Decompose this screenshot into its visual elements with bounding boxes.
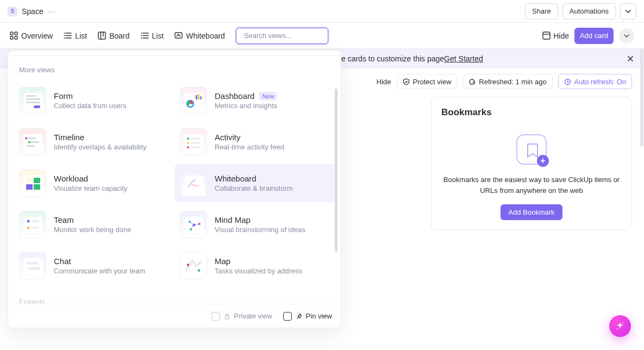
- svg-rect-35: [191, 142, 201, 144]
- svg-rect-21: [196, 95, 197, 99]
- form-thumb-icon: [19, 87, 46, 114]
- svg-point-50: [193, 224, 196, 227]
- tab-board[interactable]: Board: [98, 32, 129, 40]
- tab-list-1-label: List: [75, 32, 87, 40]
- svg-rect-46: [32, 221, 39, 222]
- popover-scrollbar[interactable]: [335, 89, 339, 279]
- svg-point-6: [64, 38, 65, 39]
- tab-board-label: Board: [109, 32, 129, 40]
- whiteboard-icon: [174, 32, 183, 40]
- view-title: Form: [54, 91, 73, 101]
- svg-point-9: [141, 35, 142, 36]
- chevron-down-icon[interactable]: [620, 3, 636, 20]
- view-title: Dashboard: [215, 91, 254, 101]
- activity-thumb-icon: [180, 128, 207, 155]
- svg-rect-7: [98, 32, 105, 39]
- auto-refresh-chip[interactable]: Auto refresh: On: [558, 74, 632, 89]
- more-actions-button[interactable]: [619, 28, 634, 43]
- view-desc: Collaborate & brainstorm: [215, 184, 293, 192]
- whiteboard-thumb-icon: [180, 170, 207, 197]
- protect-view-chip[interactable]: Protect view: [397, 74, 458, 89]
- view-title: Map: [215, 257, 230, 266]
- view-option-activity[interactable]: Activity Real-time activity feed: [174, 123, 335, 161]
- protect-view-label: Protect view: [413, 78, 452, 86]
- banner-get-started-link[interactable]: Get Started: [444, 54, 483, 63]
- shield-icon: [403, 78, 410, 85]
- view-option-dashboard[interactable]: Dashboard New Metrics and insights: [174, 82, 335, 120]
- search-views-input[interactable]: [244, 32, 335, 40]
- view-title: Workload: [54, 174, 88, 183]
- view-title: Activity: [215, 133, 241, 142]
- tab-whiteboard-label: Whiteboard: [186, 32, 225, 40]
- bookmarks-title: Bookmarks: [441, 107, 622, 118]
- view-option-form[interactable]: Form Collect data from users: [14, 82, 174, 120]
- chat-thumb-icon: [19, 252, 46, 279]
- view-desc: Visual brainstorming of ideas: [215, 226, 305, 234]
- svg-rect-26: [27, 138, 36, 139]
- view-option-whiteboard[interactable]: Whiteboard Collaborate & brainstorm: [174, 164, 335, 202]
- view-option-mindmap[interactable]: Mind Map Visual brainstorming of ideas: [174, 205, 335, 243]
- ai-fab-button[interactable]: [609, 315, 631, 337]
- svg-point-53: [190, 228, 192, 230]
- layout-icon: [542, 32, 551, 40]
- tab-whiteboard[interactable]: Whiteboard: [174, 32, 225, 40]
- list-icon: [141, 32, 149, 40]
- view-option-team[interactable]: Team Monitor work being done: [14, 205, 174, 243]
- private-view-toggle[interactable]: Private view: [211, 312, 272, 321]
- page-scrollbar[interactable]: [640, 49, 644, 321]
- private-view-label: Private view: [234, 312, 272, 320]
- view-desc: Real-time activity feed: [215, 143, 284, 151]
- svg-rect-17: [26, 98, 40, 100]
- hide-toggle[interactable]: Hide: [542, 32, 569, 40]
- share-button[interactable]: Share: [525, 3, 558, 20]
- svg-rect-23: [200, 96, 202, 99]
- add-bookmark-button[interactable]: Add Bookmark: [501, 204, 562, 220]
- svg-point-36: [187, 146, 189, 148]
- bookmarks-description: Bookmarks are the easiest way to save Cl…: [441, 174, 622, 196]
- view-option-map[interactable]: Map Tasks visualized by address: [174, 247, 335, 285]
- refresh-icon: [468, 78, 476, 85]
- tab-list-1[interactable]: List: [64, 32, 87, 40]
- space-avatar: S: [8, 7, 17, 16]
- timeline-thumb-icon: [19, 128, 46, 155]
- svg-rect-0: [10, 32, 13, 35]
- view-desc: Collect data from users: [54, 102, 127, 110]
- svg-rect-37: [191, 147, 201, 148]
- pin-icon: [296, 313, 302, 320]
- refreshed-chip[interactable]: Refreshed: 1 min ago: [462, 74, 552, 89]
- svg-point-4: [64, 33, 65, 34]
- svg-rect-1: [15, 32, 17, 35]
- add-card-button[interactable]: Add card: [574, 28, 614, 44]
- hide-link[interactable]: Hide: [377, 78, 391, 86]
- search-views-field[interactable]: [236, 28, 328, 44]
- svg-rect-55: [26, 261, 38, 265]
- svg-rect-43: [185, 176, 203, 192]
- view-option-workload[interactable]: Workload Visualize team capacity: [14, 164, 174, 202]
- svg-rect-48: [32, 227, 39, 229]
- pin-view-toggle[interactable]: Pin view: [283, 312, 332, 321]
- svg-point-8: [141, 33, 142, 34]
- space-name[interactable]: Space: [22, 7, 43, 16]
- svg-point-30: [28, 141, 30, 143]
- view-option-chat[interactable]: Chat Communicate with your team: [14, 247, 174, 285]
- svg-rect-39: [26, 178, 33, 183]
- views-popover: More views Form Collect data from users: [8, 50, 341, 328]
- svg-rect-58: [225, 316, 229, 319]
- svg-rect-40: [34, 178, 40, 183]
- svg-rect-13: [543, 32, 550, 39]
- view-desc: Visualize team capacity: [54, 184, 128, 192]
- svg-rect-16: [26, 95, 36, 97]
- board-icon: [98, 32, 106, 40]
- view-title: Team: [54, 215, 74, 224]
- tab-overview-label: Overview: [21, 32, 53, 40]
- tab-overview[interactable]: Overview: [10, 32, 53, 40]
- close-icon[interactable]: [627, 55, 634, 62]
- tab-list-2[interactable]: List: [141, 32, 164, 40]
- automations-button[interactable]: Automations: [562, 3, 616, 20]
- space-more-icon[interactable]: ···: [48, 7, 56, 16]
- view-option-timeline[interactable]: Timeline Identify overlaps & availabilit…: [14, 123, 174, 161]
- more-views-heading: More views: [8, 56, 341, 82]
- new-badge: New: [259, 92, 277, 101]
- bookmarks-empty-illustration: +: [441, 134, 622, 165]
- svg-rect-33: [191, 138, 201, 140]
